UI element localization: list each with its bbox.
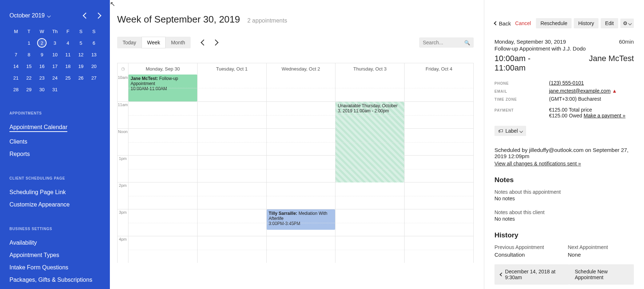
mini-cal-day[interactable]: 24: [48, 72, 61, 84]
mini-cal-day[interactable]: 5: [75, 37, 88, 49]
day-cell[interactable]: [405, 209, 473, 236]
email-link[interactable]: jane.mctest@example.com: [549, 88, 611, 94]
day-cell[interactable]: [267, 75, 336, 101]
day-cell[interactable]: [335, 129, 405, 155]
mini-cal-day[interactable]: 23: [35, 72, 48, 84]
view-month[interactable]: Month: [166, 37, 191, 48]
day-cell[interactable]: [128, 129, 198, 155]
search-input[interactable]: [423, 40, 459, 45]
view-today[interactable]: Today: [117, 37, 142, 48]
day-cell[interactable]: [405, 102, 473, 128]
day-cell[interactable]: [335, 209, 405, 236]
mini-cal-day[interactable]: 3: [48, 37, 61, 49]
day-cell[interactable]: Unavailable Thursday, October 3, 2019 11…: [335, 102, 405, 128]
search-icon[interactable]: 🔍: [464, 40, 470, 45]
mini-cal-day[interactable]: 6: [87, 37, 100, 49]
back-button[interactable]: Back: [494, 20, 511, 27]
week-next[interactable]: [212, 40, 218, 46]
settings-button[interactable]: ⚙: [620, 19, 634, 28]
reschedule-button[interactable]: Reschedule: [536, 18, 572, 28]
mini-cal-day[interactable]: 30: [35, 84, 48, 95]
day-cell[interactable]: [198, 209, 267, 236]
edit-button[interactable]: Edit: [601, 18, 618, 28]
mini-cal-day[interactable]: 7: [9, 49, 23, 60]
mini-cal-next[interactable]: [95, 13, 102, 19]
day-cell[interactable]: Tilly Sarraille: Mediation With Afterlif…: [267, 209, 336, 236]
day-cell[interactable]: [198, 182, 267, 209]
sidebar-link[interactable]: Clients: [9, 136, 100, 148]
sidebar-link[interactable]: Appointment Calendar: [9, 121, 67, 132]
day-cell[interactable]: [405, 129, 473, 155]
mini-cal-day[interactable]: 1: [23, 37, 36, 49]
mini-cal-day[interactable]: 2: [35, 37, 48, 49]
day-cell[interactable]: [128, 156, 198, 182]
mini-cal-day[interactable]: 10: [48, 49, 61, 60]
day-cell[interactable]: [405, 236, 473, 263]
day-cell[interactable]: Jane McTest: Follow-up Appointment10:00A…: [128, 75, 198, 101]
day-cell[interactable]: [128, 102, 198, 128]
mini-cal-day[interactable]: 22: [23, 72, 36, 84]
mini-cal-day[interactable]: 25: [61, 72, 75, 84]
calendar-event[interactable]: Tilly Sarraille: Mediation With Afterlif…: [267, 209, 335, 230]
mini-cal-day[interactable]: 20: [87, 60, 100, 72]
day-cell[interactable]: [198, 129, 267, 155]
history-button[interactable]: History: [574, 18, 599, 28]
calendar-event[interactable]: Jane McTest: Follow-up Appointment10:00A…: [128, 75, 197, 101]
mini-cal-day[interactable]: 19: [75, 60, 88, 72]
day-cell[interactable]: [267, 182, 336, 209]
prev-appt-button[interactable]: December 14, 2018 at 9:30am: [494, 264, 569, 285]
expand-arrow-icon[interactable]: ↖: [110, 0, 115, 8]
make-payment-link[interactable]: Make a payment »: [584, 113, 625, 119]
mini-cal-day[interactable]: 4: [61, 37, 75, 49]
day-cell[interactable]: [335, 156, 405, 182]
mini-cal-day[interactable]: 21: [9, 72, 23, 84]
day-cell[interactable]: [198, 75, 267, 101]
day-cell[interactable]: [335, 182, 405, 209]
sidebar-link[interactable]: Scheduling Page Link: [9, 186, 100, 198]
sidebar-link[interactable]: Customize Appearance: [9, 198, 100, 211]
mini-cal-day[interactable]: 27: [87, 72, 100, 84]
sidebar-link[interactable]: Intake Form Questions: [9, 261, 100, 274]
day-cell[interactable]: [405, 156, 473, 182]
mini-cal-day[interactable]: 11: [61, 49, 75, 60]
day-cell[interactable]: [405, 182, 473, 209]
day-cell[interactable]: [267, 102, 336, 128]
day-cell[interactable]: [128, 182, 198, 209]
sidebar-link[interactable]: Reports: [9, 148, 100, 160]
day-cell[interactable]: [198, 156, 267, 182]
sidebar-link[interactable]: Availability: [9, 237, 100, 249]
sidebar-link[interactable]: Packages, Gifts & Subscriptions: [9, 274, 100, 286]
mini-cal-day[interactable]: 31: [48, 84, 61, 95]
label-button[interactable]: 🏷 Label: [494, 126, 526, 136]
mini-cal-day[interactable]: 15: [23, 60, 36, 72]
day-cell[interactable]: [128, 236, 198, 263]
mini-cal-day[interactable]: 9: [35, 49, 48, 60]
schedule-new-button[interactable]: Schedule New Appointment: [569, 264, 634, 285]
day-cell[interactable]: [267, 129, 336, 155]
day-cell[interactable]: [198, 236, 267, 263]
day-cell[interactable]: [128, 209, 198, 236]
mini-cal-day[interactable]: 12: [75, 49, 88, 60]
mini-cal-day[interactable]: 17: [48, 60, 61, 72]
mini-cal-day[interactable]: 18: [61, 60, 75, 72]
view-week[interactable]: Week: [142, 37, 166, 48]
phone-link[interactable]: (123) 555-0101: [549, 80, 584, 86]
view-changes-link[interactable]: View all changes & notifications sent »: [494, 161, 581, 166]
mini-cal-day[interactable]: 16: [35, 60, 48, 72]
day-cell[interactable]: [335, 236, 405, 263]
week-prev[interactable]: [200, 40, 207, 46]
cancel-button[interactable]: Cancel: [515, 20, 531, 26]
day-cell[interactable]: [405, 75, 473, 101]
sidebar-link[interactable]: Appointment Types: [9, 249, 100, 261]
day-cell[interactable]: [335, 75, 405, 101]
mini-cal-month[interactable]: October 2019: [9, 12, 50, 19]
mini-cal-day[interactable]: 14: [9, 60, 23, 72]
mini-cal-day[interactable]: 13: [87, 49, 100, 60]
mini-cal-day[interactable]: 26: [75, 72, 88, 84]
mini-cal-day[interactable]: 28: [9, 84, 23, 95]
mini-cal-day[interactable]: 29: [23, 84, 36, 95]
mini-cal-day[interactable]: 8: [23, 49, 36, 60]
mini-cal-prev[interactable]: [83, 13, 89, 19]
day-cell[interactable]: [198, 102, 267, 128]
day-cell[interactable]: [267, 236, 336, 263]
